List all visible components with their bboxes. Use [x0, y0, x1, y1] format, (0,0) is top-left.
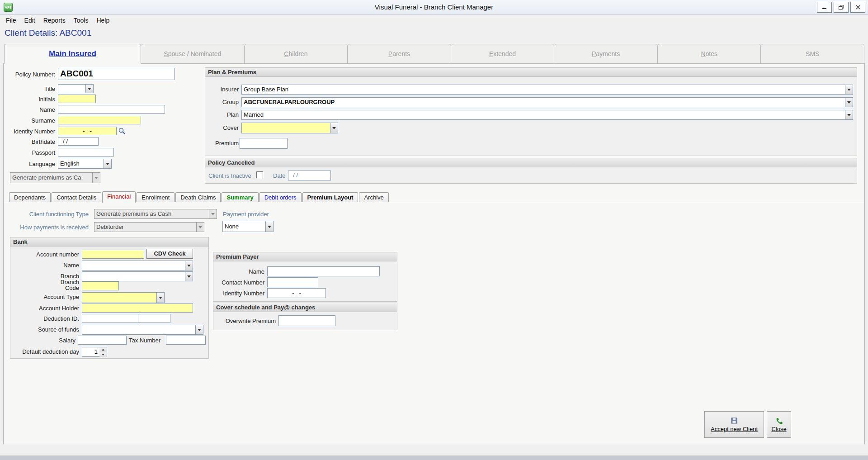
cover-select[interactable]: [241, 123, 338, 133]
menu-file[interactable]: File: [2, 15, 20, 25]
birthdate-input[interactable]: / /: [58, 137, 99, 146]
deduction-id-input-2[interactable]: [138, 314, 170, 323]
tax-number-input[interactable]: [166, 336, 206, 345]
restore-icon: [839, 5, 844, 10]
plan-select[interactable]: Married: [241, 110, 853, 120]
step-up-icon[interactable]: [99, 347, 107, 352]
client-functioning-type-select: Generate premiums as Cash: [94, 209, 217, 219]
subtab-summary[interactable]: Summary: [222, 192, 258, 202]
payments-received-select: Debitorder: [94, 222, 204, 232]
premium-payer-group: Premium Payer Name Contact Number Identi…: [213, 252, 397, 302]
page-title: Client Details: ABC001: [5, 28, 91, 38]
chevron-down-icon: [330, 123, 338, 133]
menu-tools[interactable]: Tools: [70, 15, 93, 25]
tab-payments[interactable]: Payments: [554, 44, 658, 64]
branch-code-input[interactable]: [82, 281, 119, 290]
deduction-day-input[interactable]: 1: [82, 347, 100, 357]
subtab-enrollment[interactable]: Enrollment: [137, 192, 175, 202]
deduction-day-stepper[interactable]: [99, 347, 107, 357]
account-holder-input[interactable]: [82, 304, 193, 313]
subtab-debit-orders[interactable]: Debit orders: [259, 192, 302, 202]
payment-provider-select[interactable]: None: [222, 221, 274, 232]
bank-branch-select[interactable]: [82, 271, 193, 281]
chevron-down-icon: [845, 85, 853, 94]
menu-help[interactable]: Help: [92, 15, 113, 25]
source-of-funds-select[interactable]: [82, 325, 203, 335]
language-select[interactable]: English: [58, 159, 112, 169]
chevron-down-icon: [92, 173, 100, 183]
chevron-down-icon: [156, 293, 164, 303]
tab-main-insured[interactable]: Main Insured: [4, 44, 141, 64]
client-functioning-type-label: Client functioning Type: [21, 211, 89, 218]
cdv-check-button[interactable]: CDV Check: [146, 249, 193, 259]
subtab-death-claims[interactable]: Death Claims: [175, 192, 221, 202]
window-bottom-edge: [0, 455, 868, 460]
identity-number-input[interactable]: - -: [58, 127, 117, 135]
bank-group: Bank Account number CDV Check Name Branc…: [10, 237, 209, 359]
salary-input[interactable]: [78, 336, 127, 345]
chevron-down-icon: [845, 98, 853, 107]
insurer-select[interactable]: Group Base Plan: [241, 85, 853, 95]
plan-premiums-group: Plan & Premiums Insurer Group Base Plan …: [205, 67, 857, 156]
overwrite-premium-input[interactable]: [278, 315, 335, 326]
subtab-premium-layout[interactable]: Premium Layout: [302, 192, 359, 202]
menu-reports[interactable]: Reports: [39, 15, 70, 25]
account-type-label: Account Type: [13, 294, 79, 300]
premium-payer-header: Premium Payer: [213, 252, 397, 261]
title-select[interactable]: [58, 84, 94, 93]
cover-schedule-header: Cover schedule and Pay@ changes: [213, 303, 397, 312]
tab-sms[interactable]: SMS: [761, 44, 864, 64]
cancel-date-label: Date: [273, 172, 285, 179]
policy-number-input[interactable]: ABC001: [58, 68, 175, 80]
payer-contact-input[interactable]: [267, 277, 318, 287]
name-input[interactable]: [58, 105, 165, 114]
bank-name-label: Name: [13, 262, 79, 269]
menu-edit[interactable]: Edit: [20, 15, 39, 25]
chevron-down-icon: [265, 221, 273, 232]
minimize-button[interactable]: [817, 2, 832, 13]
surname-input[interactable]: [58, 116, 141, 124]
tab-children[interactable]: Children: [245, 44, 348, 64]
surname-label: Surname: [5, 117, 55, 124]
tab-notes[interactable]: Notes: [658, 44, 761, 64]
insurer-label: Insurer: [209, 86, 239, 93]
tab-parents[interactable]: Parents: [348, 44, 451, 64]
identity-search-icon[interactable]: [118, 127, 126, 135]
account-number-input[interactable]: [82, 250, 144, 259]
title-label: Title: [5, 85, 55, 92]
chevron-down-icon: [845, 110, 853, 119]
payer-identity-input[interactable]: - -: [267, 288, 326, 298]
title-bar[interactable]: VF3 Visual Funeral - Branch Client Manag…: [0, 0, 868, 15]
passport-input[interactable]: [58, 148, 114, 156]
step-down-icon[interactable]: [99, 352, 107, 357]
group-select[interactable]: ABCFUNERALPARLOURGROUP: [241, 97, 853, 107]
cancel-date-input[interactable]: / /: [288, 171, 331, 180]
payer-name-input[interactable]: [267, 266, 380, 276]
sub-tab-strip: Dependants Contact Details Financial Enr…: [9, 190, 390, 202]
premium-input[interactable]: [240, 138, 288, 149]
deduction-id-input[interactable]: [82, 314, 138, 323]
passport-label: Passport: [5, 149, 55, 156]
subtab-financial[interactable]: Financial: [102, 191, 136, 203]
tab-extended[interactable]: Extended: [451, 44, 555, 64]
plan-label: Plan: [209, 111, 239, 118]
policy-number-label: Policy Number:: [5, 71, 55, 78]
close-window-button[interactable]: [850, 2, 865, 13]
maximize-button[interactable]: [834, 2, 849, 13]
close-button[interactable]: Close: [767, 411, 791, 438]
client-inactive-checkbox[interactable]: [256, 171, 263, 178]
account-type-select[interactable]: [82, 292, 165, 303]
subtab-contact-details[interactable]: Contact Details: [52, 192, 101, 202]
bank-name-select[interactable]: [82, 261, 193, 270]
chevron-down-icon: [196, 223, 204, 232]
accept-new-client-button[interactable]: Accept new Client: [704, 411, 764, 438]
initials-input[interactable]: [58, 95, 96, 103]
payer-identity-label: Identity Number: [216, 290, 264, 297]
tab-spouse-nominated[interactable]: Spouse / Nominated: [141, 44, 245, 64]
accept-new-client-label: Accept new Client: [711, 426, 758, 432]
subtab-archive[interactable]: Archive: [359, 192, 388, 202]
subtab-dependants[interactable]: Dependants: [9, 192, 51, 202]
chevron-down-icon: [85, 85, 93, 93]
menu-bar: File Edit Reports Tools Help: [0, 15, 868, 26]
policy-cancelled-group: Policy Cancelled Client is Inactive Date…: [205, 158, 857, 184]
